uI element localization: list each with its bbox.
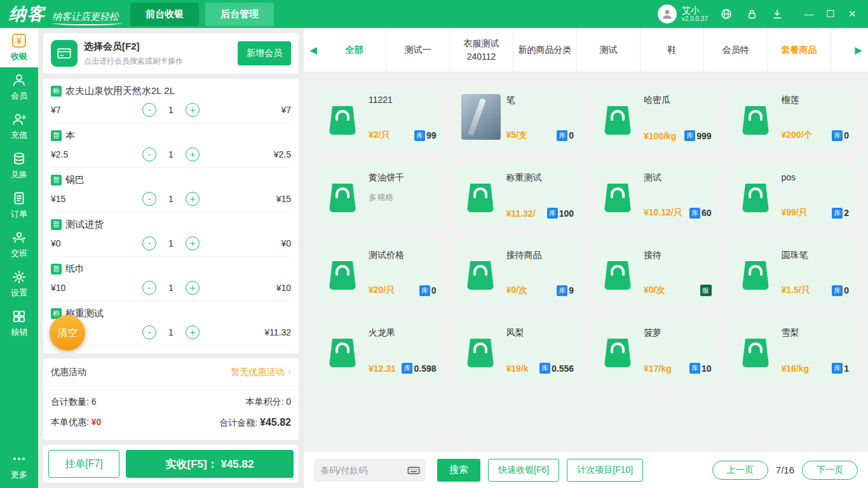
sidebar-item-label: 交班 — [11, 248, 27, 259]
product-card[interactable]: 哈密瓜¥100/kg库999 — [593, 85, 717, 149]
shopping-bag-icon — [738, 330, 773, 369]
sidebar-item-redeem[interactable]: 核销 — [0, 304, 38, 343]
download-icon[interactable] — [770, 7, 784, 21]
top-tab[interactable]: 前台收银 — [130, 3, 199, 26]
decrease-qty-button[interactable]: - — [142, 192, 156, 206]
pay-button[interactable]: 实收[F5]： ¥45.82 — [126, 450, 294, 478]
hold-order-button[interactable]: 挂单[F7] — [48, 450, 119, 478]
increase-qty-button[interactable]: + — [186, 281, 200, 295]
decrease-qty-button[interactable]: - — [142, 236, 156, 250]
product-name: 哈密瓜 — [644, 95, 712, 106]
product-card[interactable]: 雪梨¥16/kg库1 — [731, 318, 855, 381]
service-badge: 服 — [700, 285, 712, 296]
stock-badge-icon: 库 — [414, 130, 425, 141]
item-name: 锅巴 — [65, 174, 85, 186]
increase-qty-button[interactable]: + — [186, 147, 200, 161]
increase-qty-button[interactable]: + — [186, 192, 200, 206]
search-button[interactable]: 搜索 — [437, 459, 480, 482]
product-card[interactable]: 接待¥0/次服 — [593, 240, 717, 304]
category-tab[interactable]: 测试 — [577, 28, 641, 72]
stock-badge-icon: 库 — [419, 285, 430, 296]
product-card[interactable]: 圆珠笔¥1.5/只库0 — [731, 240, 855, 304]
item-name: 纸巾 — [65, 263, 85, 275]
product-card[interactable]: 凤梨¥19/k库0.556 — [456, 318, 580, 381]
next-page-button[interactable]: 下一页 — [802, 461, 858, 480]
prev-page-button[interactable]: 上一页 — [712, 461, 768, 480]
product-card[interactable]: 11221¥2/只库99 — [318, 85, 442, 149]
product-price: ¥20/只 — [369, 285, 419, 296]
stock-value: 2 — [844, 208, 849, 218]
sidebar: ¥收银会员充值兑换订单交班设置核销更多 — [0, 28, 38, 488]
maximize-button[interactable]: ☐ — [821, 4, 840, 24]
product-card[interactable]: pos¥99/只库2 — [731, 163, 855, 226]
product-price: ¥100/kg — [644, 131, 684, 141]
product-bottom: ¥11.32/库100 — [506, 208, 574, 219]
close-button[interactable]: ✕ — [843, 4, 862, 24]
increase-qty-button[interactable]: + — [186, 236, 200, 250]
settings-icon — [11, 269, 27, 285]
minimize-button[interactable]: — — [799, 4, 818, 24]
category-tab[interactable]: 衣服测试240112 — [450, 28, 513, 72]
product-card[interactable]: 榴莲¥200/个库0 — [731, 85, 855, 149]
count-item-button[interactable]: 计次项目[F10] — [567, 459, 643, 482]
decrease-qty-button[interactable]: - — [142, 103, 156, 117]
product-card[interactable]: 称重测试¥11.32/库100 — [456, 163, 580, 226]
stock-badge-icon: 库 — [832, 208, 843, 219]
increase-qty-button[interactable]: + — [186, 325, 200, 339]
item-name: 测试进货 — [65, 219, 104, 231]
keyboard-icon[interactable] — [407, 463, 421, 477]
item-unit-price: ¥10 — [51, 283, 142, 293]
lock-icon[interactable] — [745, 7, 759, 21]
category-tab[interactable]: 鞋 — [641, 28, 704, 72]
category-tab[interactable]: 会员特 — [704, 28, 768, 72]
cart-item-list: 称农夫山泉饮用天然水2L 2L¥7-1+¥7普本¥2.5-1+¥2.5普锅巴¥1… — [43, 79, 299, 353]
category-tab[interactable]: 全部 — [323, 28, 386, 72]
promo-row[interactable]: 优惠活动 暂无优惠活动› — [43, 358, 299, 387]
sidebar-item-orders[interactable]: 订单 — [0, 186, 38, 225]
cashier-icon: ¥ — [11, 33, 27, 48]
stock-value: 0 — [844, 285, 849, 295]
sidebar-item-label: 会员 — [11, 90, 27, 102]
sidebar-item-shift[interactable]: 交班 — [0, 225, 38, 264]
sidebar-item-exchange[interactable]: 兑换 — [0, 146, 38, 186]
app-version: v2.0.0.37 — [682, 15, 708, 23]
stock-badge-icon: 库 — [547, 208, 558, 219]
product-grid: 11221¥2/只库99笔¥5/支库0哈密瓜¥100/kg库999榴莲¥200/… — [304, 72, 868, 451]
product-card[interactable]: 菠萝¥17/kg库10 — [593, 318, 717, 381]
category-scroll-left-icon[interactable]: ◀ — [304, 28, 323, 72]
member-select-card[interactable]: 选择会员[F2] 点击进行会员搜索或刷卡操作 新增会员 — [43, 33, 299, 74]
globe-icon[interactable] — [719, 7, 733, 21]
product-bottom: ¥0/次库9 — [506, 285, 574, 296]
product-name: 测试 — [644, 172, 712, 184]
top-tab[interactable]: 后台管理 — [205, 3, 274, 26]
product-card[interactable]: 接待商品¥0/次库9 — [456, 240, 580, 304]
sidebar-item-recharge[interactable]: 充值 — [0, 107, 38, 146]
category-tab[interactable]: 测试一 — [386, 28, 450, 72]
user-menu[interactable]: 艾小 v2.0.0.37 — [658, 4, 708, 24]
product-card[interactable]: 测试¥10.12/只库60 — [593, 163, 717, 226]
product-bottom: ¥10.12/只库60 — [644, 207, 712, 219]
shopping-bag-icon — [600, 330, 635, 369]
product-name: 接待商品 — [506, 250, 574, 261]
catalog-bottom-bar: 搜索 快速收银[F6] 计次项目[F10] 上一页 7/16 下一页 — [304, 451, 868, 488]
category-scroll-right-icon[interactable]: ▶ — [849, 28, 868, 72]
product-card[interactable]: 火龙果¥12.31库0.598 — [318, 318, 442, 381]
product-card[interactable]: 笔¥5/支库0 — [456, 85, 580, 149]
sidebar-item-more[interactable]: 更多 — [0, 446, 38, 485]
sidebar-item-cashier[interactable]: ¥收银 — [0, 28, 38, 67]
category-tab[interactable]: 套餐商品 — [768, 28, 831, 72]
category-tab[interactable]: 新的商品分类 — [513, 28, 577, 72]
increase-qty-button[interactable]: + — [186, 103, 200, 117]
quick-cashier-button[interactable]: 快速收银[F6] — [488, 459, 559, 482]
add-member-button[interactable]: 新增会员 — [238, 41, 291, 65]
product-card[interactable]: 黄油饼干多规格 — [318, 163, 442, 226]
decrease-qty-button[interactable]: - — [142, 147, 156, 161]
clear-cart-button[interactable]: 清空 — [50, 315, 85, 351]
sidebar-item-member[interactable]: 会员 — [0, 67, 38, 107]
item-qty: 1 — [156, 238, 186, 248]
product-card[interactable]: 测试价格¥20/只库0 — [318, 240, 442, 304]
sidebar-item-settings[interactable]: 设置 — [0, 264, 38, 304]
main-area: ¥收银会员充值兑换订单交班设置核销更多 选择会员[F2] 点击进行会员搜索或刷卡… — [0, 28, 868, 488]
decrease-qty-button[interactable]: - — [142, 281, 156, 295]
decrease-qty-button[interactable]: - — [142, 325, 156, 339]
